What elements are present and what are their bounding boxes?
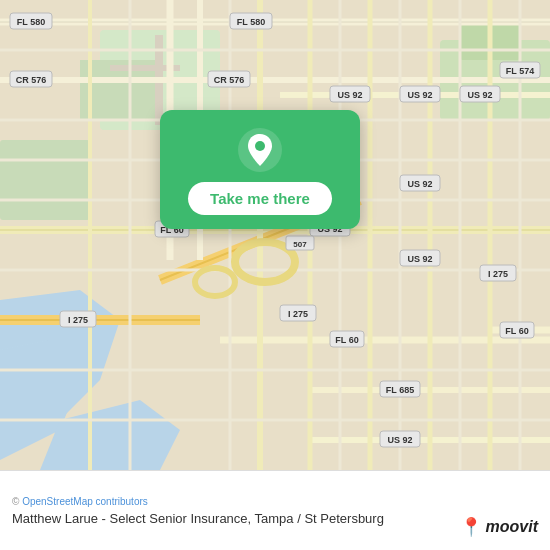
svg-text:US 92: US 92 [407,254,432,264]
svg-text:US 92: US 92 [387,435,412,445]
svg-text:FL 685: FL 685 [386,385,414,395]
map-container: FL 580 FL 580 CR 576 CR 576 US 92 US 92 … [0,0,550,470]
svg-text:507: 507 [293,240,307,249]
svg-text:US 92: US 92 [467,90,492,100]
svg-text:FL 580: FL 580 [237,17,265,27]
svg-text:US 92: US 92 [407,179,432,189]
svg-text:FL 60: FL 60 [505,326,528,336]
svg-text:I 275: I 275 [288,309,308,319]
moovit-brand-text: moovit [486,518,538,536]
map-background: FL 580 FL 580 CR 576 CR 576 US 92 US 92 … [0,0,550,470]
svg-text:I 275: I 275 [488,269,508,279]
svg-text:FL 574: FL 574 [506,66,534,76]
svg-text:I 275: I 275 [68,315,88,325]
osm-credit: © OpenStreetMap contributors [12,496,538,507]
moovit-logo: 📍 moovit [460,516,538,538]
svg-rect-10 [0,140,90,220]
location-card: Take me there [160,110,360,229]
svg-text:FL 580: FL 580 [17,17,45,27]
svg-text:US 92: US 92 [407,90,432,100]
bottom-bar: © OpenStreetMap contributors Matthew Lar… [0,470,550,550]
svg-text:FL 60: FL 60 [335,335,358,345]
svg-text:US 92: US 92 [337,90,362,100]
svg-text:CR 576: CR 576 [16,75,47,85]
location-pin-icon [238,128,282,172]
svg-text:CR 576: CR 576 [214,75,245,85]
take-me-there-button[interactable]: Take me there [188,182,332,215]
moovit-pin-icon: 📍 [460,516,482,538]
svg-point-91 [255,141,265,151]
